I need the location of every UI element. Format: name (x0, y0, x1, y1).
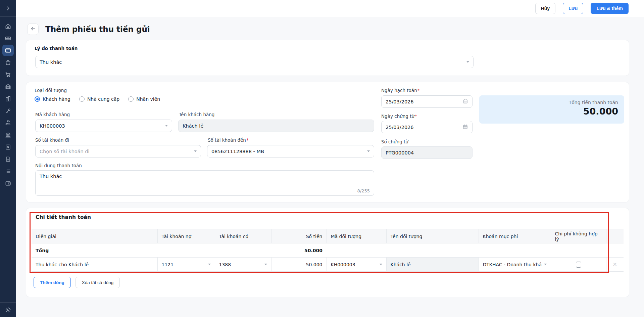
app-window: Hủy Lưu Lưu & thêm Thêm phiếu thu tiền g… (0, 0, 644, 317)
table-row: Thu khác cho Khách lẻ 1121 1388 50.000 K… (32, 258, 624, 272)
document-number-field: PTG000004 (381, 146, 473, 159)
row-object-name-cell: Khách lẻ (386, 258, 479, 272)
sidebar-item-bank[interactable] (2, 129, 14, 141)
total-payment-label: Tổng tiền thanh toán (485, 100, 618, 105)
chevron-down-icon (367, 150, 370, 152)
col-debit-account: Tài khoản nợ (157, 229, 215, 243)
row-fee-category-select[interactable]: DTKHAC - Doanh thu khá (479, 258, 551, 272)
chevron-down-icon (194, 150, 197, 152)
delete-row-button[interactable]: ✕ (606, 258, 624, 272)
page-title: Thêm phiếu thu tiền gửi (45, 25, 150, 34)
customer-name-field: Khách lẻ (178, 120, 374, 132)
sidebar-nav (0, 17, 16, 189)
row-object-code-select[interactable]: KH000003 (327, 258, 386, 272)
delete-all-rows-button[interactable]: Xóa tất cả dòng (76, 277, 120, 288)
col-object-name: Tên đối tượng (386, 229, 479, 243)
save-button[interactable]: Lưu (563, 3, 583, 14)
total-row-amount: 50.000 (271, 243, 327, 258)
payment-detail-card: Chi tiết thanh toán Diễn giải Tài khoản … (26, 208, 629, 297)
chevron-down-icon (208, 264, 211, 265)
sidebar-item-cash[interactable] (2, 33, 14, 44)
cancel-button[interactable]: Hủy (535, 3, 555, 14)
sidebar-item-purchases[interactable] (2, 57, 14, 68)
sidebar-item-tools[interactable] (2, 105, 14, 117)
radio-dot (35, 96, 40, 102)
calendar-icon (462, 124, 468, 131)
row-debit-value: 1121 (162, 262, 174, 267)
payment-reason-select[interactable]: Thu khác (35, 56, 474, 68)
radio-dot (128, 96, 134, 102)
account-from-placeholder: Chọn số tài khoản đi (40, 149, 90, 154)
payment-detail-title: Chi tiết thanh toán (36, 214, 91, 220)
calendar-icon (462, 98, 468, 105)
row-invalid-expense-cell (551, 258, 606, 272)
sidebar-item-sales[interactable] (2, 69, 14, 80)
payment-content-value: Thu khác (40, 174, 62, 179)
row-object-name: Khách lẻ (391, 262, 411, 267)
payment-content-textarea[interactable]: Thu khác 8/255 (35, 170, 374, 196)
col-fee-category: Khoản mục phí (479, 229, 551, 243)
radio-employee-label: Nhân viên (136, 96, 160, 102)
row-description: Thu khác cho Khách lẻ (36, 262, 89, 267)
tool-icon (5, 107, 11, 114)
sidebar-item-documents[interactable] (2, 153, 14, 165)
customer-name-value: Khách lẻ (183, 123, 203, 129)
warehouse-icon (5, 83, 11, 90)
account-to-select[interactable]: 0856211128888 - MB (207, 145, 374, 157)
document-date-label: Ngày chứng từ* (381, 114, 417, 119)
row-amount-cell[interactable]: 50.000 (271, 258, 327, 272)
add-row-button[interactable]: Thêm dòng (34, 277, 71, 288)
row-debit-select[interactable]: 1121 (157, 258, 215, 272)
invalid-expense-checkbox[interactable] (576, 262, 581, 268)
sidebar-expand-button[interactable] (0, 0, 16, 17)
payment-reason-value: Thu khác (40, 59, 62, 65)
customer-code-select[interactable]: KH000003 (35, 120, 172, 132)
account-to-value: 0856211128888 - MB (211, 149, 264, 154)
topbar: Hủy Lưu Lưu & thêm (16, 0, 644, 17)
posting-date-value: 25/03/2026 (386, 99, 414, 104)
list-icon (5, 168, 11, 175)
total-row: Tổng 50.000 (32, 243, 624, 258)
sidebar-item-payroll[interactable] (2, 117, 14, 129)
sidebar-settings-button[interactable] (0, 302, 16, 317)
row-credit-select[interactable]: 1388 (215, 258, 271, 272)
sidebar (0, 0, 16, 317)
chevron-down-icon (544, 264, 547, 265)
sidebar-item-invoices[interactable] (2, 141, 14, 153)
sidebar-item-categories[interactable] (2, 166, 14, 177)
total-row-label: Tổng (32, 243, 157, 258)
sidebar-item-company[interactable] (2, 93, 14, 104)
chevron-down-icon (380, 264, 382, 265)
object-type-radio-group: Khách hàng Nhà cung cấp Nhân viên (35, 96, 160, 102)
account-to-label: Số tài khoản đến* (208, 137, 249, 143)
row-object-code: KH000003 (331, 262, 355, 267)
close-icon: ✕ (613, 261, 617, 268)
document-number-value: PTG000004 (386, 150, 414, 155)
col-actions (606, 229, 624, 243)
save-and-add-button[interactable]: Lưu & thêm (591, 3, 629, 14)
chevron-down-icon (264, 264, 267, 265)
voucher-info-card: Loại đối tượng Khách hàng Nhà cung cấp N… (26, 82, 629, 202)
radio-dot (79, 96, 85, 102)
detail-actions: Thêm dòng Xóa tất cả dòng (34, 277, 120, 288)
row-amount: 50.000 (306, 262, 323, 267)
sidebar-item-bank-deposit[interactable] (2, 45, 14, 56)
page-header: Thêm phiếu thu tiền gửi (27, 24, 150, 35)
back-button[interactable] (27, 24, 39, 35)
document-date-input[interactable]: 25/03/2026 (381, 121, 473, 133)
account-from-select[interactable]: Chọn số tài khoản đi (35, 145, 201, 157)
radio-supplier[interactable]: Nhà cung cấp (79, 96, 119, 102)
sidebar-item-warehouse[interactable] (2, 81, 14, 92)
posting-date-input[interactable]: 25/03/2026 (381, 95, 473, 108)
sidebar-item-home[interactable] (2, 20, 14, 32)
radio-customer[interactable]: Khách hàng (35, 96, 70, 102)
gear-icon (5, 307, 11, 313)
radio-employee[interactable]: Nhân viên (128, 96, 160, 102)
radio-customer-label: Khách hàng (43, 96, 70, 102)
char-counter: 8/255 (357, 188, 370, 193)
row-description-cell[interactable]: Thu khác cho Khách lẻ (32, 258, 157, 272)
chevron-down-icon (165, 125, 168, 127)
sidebar-item-wallet[interactable] (2, 178, 14, 189)
document-date-value: 25/03/2026 (386, 125, 414, 130)
bank-icon (5, 132, 11, 138)
